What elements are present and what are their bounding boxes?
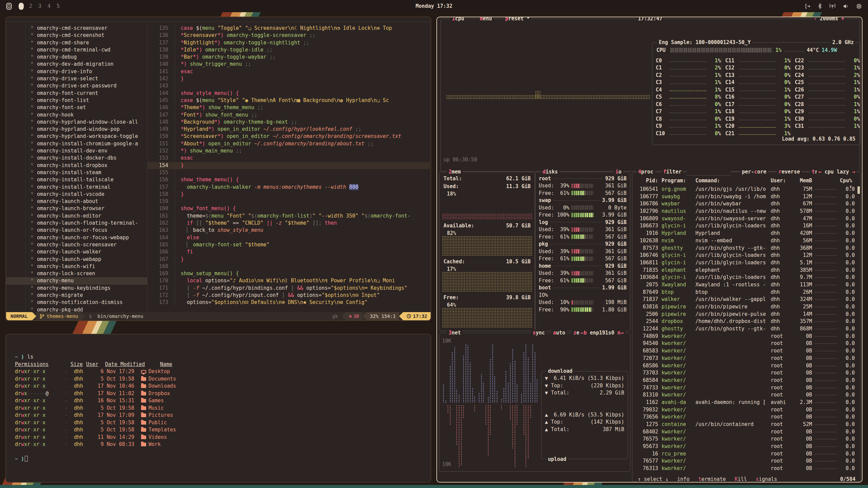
process-row[interactable]: 81310kworker/root0B0.0 xyxy=(636,391,857,399)
process-row[interactable]: 95673kworker/root0B0.0 xyxy=(636,443,857,450)
net-auto-toggle[interactable]: auto xyxy=(551,329,567,336)
workspace-item[interactable]: 3 xyxy=(38,3,41,9)
process-row[interactable]: 1275containe/usr/bin/containerdroot52M0.… xyxy=(636,421,857,428)
process-row[interactable]: 106777swaybg/usr/bin/swaybg -i /homdhh12… xyxy=(636,193,857,201)
process-row[interactable]: 72073kworker/root0B0.0 xyxy=(636,355,857,362)
file-item[interactable]: *omarchy-hyprland-window-close-all xyxy=(6,119,147,126)
process-row[interactable]: 63816pipewire/usr/bin/pipewiredhh25M0.0 xyxy=(636,303,857,311)
workspace-active[interactable] xyxy=(19,3,24,10)
file-item[interactable]: *omarchy-launch-editor xyxy=(6,212,147,220)
proc-action-kill[interactable]: Kill xyxy=(735,476,747,482)
tab-disks[interactable]: disks xyxy=(541,168,559,175)
proc-action-terminate[interactable]: terminate xyxy=(698,476,726,482)
file-item[interactable]: *omarchy-drive-info xyxy=(6,68,147,75)
file-item[interactable]: *omarchy-install-docker-dbs xyxy=(6,155,147,162)
process-row[interactable]: 1162avahi-daavahi-daemon: running [avahi… xyxy=(636,399,857,406)
process-row[interactable]: 103684glycin-i/usr/lib/glycin-loadersdhh… xyxy=(636,274,857,281)
file-item[interactable]: *omarchy-menu-keybindings xyxy=(6,285,147,292)
file-item[interactable]: *omarchy-lock-screen xyxy=(6,270,147,277)
file-item[interactable]: *omarchy-font-current xyxy=(6,90,147,97)
file-item[interactable]: *omarchy-debug xyxy=(6,54,147,61)
file-item[interactable]: *omarchy-launch-walker xyxy=(6,248,147,256)
shell-prompt-line[interactable]: ~ ⟩ xyxy=(15,455,427,463)
process-row[interactable]: 2075XwaylandXwayland :1 -rootless -dhh11… xyxy=(636,281,857,289)
process-row[interactable]: 68583kworker/root0B0.0 xyxy=(636,347,857,355)
cpu-chip-icon[interactable] xyxy=(856,3,862,9)
process-row[interactable]: 102638nvimnvim --embeddhh56M0.0 xyxy=(636,237,857,245)
net-interface[interactable]: ←b enp191s0 n→ xyxy=(579,329,625,336)
file-item[interactable]: *omarchy-drive-select xyxy=(6,75,147,82)
process-row[interactable]: 73656kworker/root0B0.0 xyxy=(636,413,857,421)
file-item[interactable]: *omarchy-install-vscode xyxy=(6,191,147,198)
process-row[interactable]: 2506pipewire/usr/bin/pipewire-pulsedhh14… xyxy=(636,311,857,318)
file-item[interactable]: *omarchy-drive-set-password xyxy=(6,82,147,89)
process-row[interactable]: 79032kworker/root0B0.0 xyxy=(636,406,857,414)
workspace-item[interactable]: 5 xyxy=(57,3,60,9)
proc-reverse-toggle[interactable]: reverse xyxy=(777,168,802,175)
process-row[interactable]: 2544dropbox/home/dhh/.dropbox-distdhh357… xyxy=(636,318,857,325)
workspace-item[interactable]: 4 xyxy=(47,3,51,9)
process-row[interactable]: 106541org.gnom/usr/bin/gjs /usr/lib/odhh… xyxy=(636,186,857,193)
tab-cpu[interactable]: 1cpu xyxy=(450,17,466,22)
file-item[interactable]: *omarchy-install-chromium-google-a xyxy=(6,140,147,147)
file-item[interactable]: *omarchy-cmd-screenshot xyxy=(6,32,147,39)
file-item[interactable]: *omarchy-menu xyxy=(6,277,147,284)
process-row[interactable]: 74733kworker/root0B0.0 xyxy=(636,384,857,392)
proc-action-select[interactable]: ↑ select ↓ xyxy=(638,476,668,482)
file-item[interactable]: *omarchy-launch-or-focus xyxy=(6,227,147,234)
file-item[interactable]: *omarchy-install-terminal xyxy=(6,184,147,191)
process-row[interactable]: 71837walker/usr/bin/walker --gappldhh324… xyxy=(636,296,857,303)
proc-filter[interactable]: filter xyxy=(662,168,683,175)
process-row[interactable]: 68584kworker/root0B0.0 xyxy=(636,377,857,384)
logout-icon[interactable] xyxy=(805,3,810,9)
process-row[interactable]: 87649btopbtopdhh26M0.0 xyxy=(636,289,857,296)
process-row[interactable]: 68402kworker/root0B0.0 xyxy=(636,428,857,436)
process-row[interactable]: 16rcu_preeroot0B0.0 xyxy=(636,450,857,458)
file-item[interactable]: *omarchy-launch-browser xyxy=(6,205,147,212)
process-row[interactable]: 1916HyprlandHyprlanddhh420M0.0 xyxy=(636,230,857,237)
bluetooth-icon[interactable] xyxy=(818,3,822,9)
file-item[interactable]: *omarchy-install-dropbox xyxy=(6,162,147,169)
process-row[interactable]: 94540kworker/root0B0.0 xyxy=(636,340,857,347)
proc-filter-input[interactable] xyxy=(687,168,731,176)
file-item[interactable]: *omarchy-install-steam xyxy=(6,169,147,176)
file-item[interactable]: *omarchy-font-list xyxy=(6,97,147,104)
process-row[interactable]: 106786waybar/usr/bin/waybardhh67M0.0 xyxy=(636,200,857,208)
file-item[interactable]: *omarchy-launch-screensaver xyxy=(6,241,147,248)
tab-mem[interactable]: 2mem xyxy=(447,168,462,175)
proc-per-core-toggle[interactable]: per-core xyxy=(740,168,768,175)
update-interval[interactable]: - 2000ms + xyxy=(812,17,846,22)
process-row[interactable]: 106673glycin-i/usr/lib/glycin-loadersdhh… xyxy=(636,222,857,230)
process-row[interactable]: 76313kworker/root0B0.0 xyxy=(636,465,857,472)
file-item[interactable]: *omarchy-hyprland-workspace-toggle xyxy=(6,133,147,140)
file-item[interactable]: *omarchy-dev-add-migration xyxy=(6,61,147,68)
process-row[interactable]: 106809swayosd-/usr/bin/swayosd-serverdhh… xyxy=(636,215,857,223)
file-item[interactable]: *omarchy-hook xyxy=(6,111,147,119)
process-row[interactable]: 76577kworker/root0B0.0 xyxy=(636,458,857,465)
file-item[interactable]: *omarchy-launch-floating-terminal- xyxy=(6,220,147,227)
file-item[interactable]: *omarchy-font-set xyxy=(6,104,147,111)
wifi-icon[interactable] xyxy=(829,3,835,9)
tab-proc[interactable]: 4proc xyxy=(636,168,655,175)
proc-scrollbar-thumb[interactable] xyxy=(857,186,860,194)
file-item[interactable]: *omarchy-install-dev-env xyxy=(6,147,147,155)
file-item[interactable]: *omarchy-cmd-terminal-cwd xyxy=(6,46,147,54)
tab-net[interactable]: 3net xyxy=(447,329,462,336)
file-item[interactable]: *omarchy-cmd-screensaver xyxy=(6,25,147,32)
process-row[interactable]: 76575kworker/root0B0.0 xyxy=(636,435,857,443)
tab-io[interactable]: io xyxy=(614,168,623,175)
process-row[interactable]: 68586kworker/root0B0.0 xyxy=(636,362,857,370)
workspace-item[interactable]: 2 xyxy=(29,3,32,9)
process-row[interactable]: 106746glycin-i/usr/lib/glycin-loadersdhh… xyxy=(636,252,857,259)
process-row[interactable]: 73703kworker/root0B0.0 xyxy=(636,369,857,377)
file-item[interactable]: *omarchy-cmd-share xyxy=(6,39,147,46)
file-item[interactable]: *omarchy-hyprland-window-pop xyxy=(6,126,147,133)
proc-sort-selector[interactable]: ← cpu lazy → xyxy=(817,168,857,175)
process-row[interactable]: 102796nautilus/usr/bin/nautilus --newdhh… xyxy=(636,208,857,215)
process-row[interactable]: 74869kworker/root0B0.0 xyxy=(636,333,857,340)
volume-icon[interactable] xyxy=(843,3,849,9)
proc-action-info[interactable]: info xyxy=(677,476,689,482)
process-row[interactable]: 87573ghostty/usr/bin/ghostty --gtk-dhh36… xyxy=(636,245,857,252)
menu-button[interactable]: menu xyxy=(478,17,494,22)
net-sync-toggle[interactable]: sync xyxy=(531,329,547,336)
